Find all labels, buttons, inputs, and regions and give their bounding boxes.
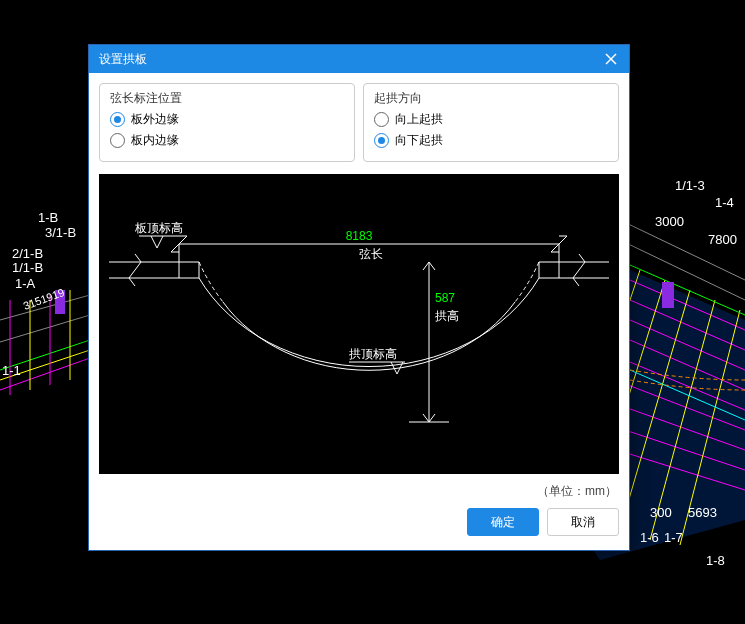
dialog-body: 弦长标注位置 板外边缘 板内边缘 起拱方向 向上起拱 向下起拱 [89, 73, 629, 550]
options-row: 弦长标注位置 板外边缘 板内边缘 起拱方向 向上起拱 向下起拱 [99, 83, 619, 162]
svg-text:3/1-B: 3/1-B [45, 225, 76, 240]
crown-label: 拱顶标高 [349, 347, 397, 361]
svg-text:7800: 7800 [708, 232, 737, 247]
titlebar[interactable]: 设置拱板 [89, 45, 629, 73]
radio-icon [110, 112, 125, 127]
top-elev-label: 板顶标高 [134, 221, 183, 235]
radio-icon [374, 112, 389, 127]
arch-value: 587 [435, 291, 455, 305]
svg-text:1-8: 1-8 [706, 553, 725, 568]
arch-slab-dialog: 设置拱板 弦长标注位置 板外边缘 板内边缘 起拱方向 [88, 44, 630, 551]
button-row: 确定 取消 [99, 504, 619, 538]
arch-option-down[interactable]: 向下起拱 [374, 132, 608, 149]
arch-panel: 起拱方向 向上起拱 向下起拱 [363, 83, 619, 162]
radio-label: 向下起拱 [395, 132, 443, 149]
chord-panel-title: 弦长标注位置 [110, 90, 344, 107]
svg-rect-48 [99, 174, 619, 474]
svg-text:5693: 5693 [688, 505, 717, 520]
svg-line-17 [620, 220, 745, 280]
chord-value: 8183 [346, 229, 373, 243]
arch-option-up[interactable]: 向上起拱 [374, 111, 608, 128]
chord-option-outer[interactable]: 板外边缘 [110, 111, 344, 128]
unit-label: （单位：mm） [99, 477, 619, 504]
svg-text:300: 300 [650, 505, 672, 520]
radio-icon [374, 133, 389, 148]
svg-text:1-4: 1-4 [715, 195, 734, 210]
svg-text:1/1-3: 1/1-3 [675, 178, 705, 193]
radio-label: 板内边缘 [131, 132, 179, 149]
svg-rect-36 [662, 282, 674, 308]
close-button[interactable] [593, 45, 629, 73]
dialog-title: 设置拱板 [99, 45, 147, 73]
cancel-button[interactable]: 取消 [547, 508, 619, 536]
chord-panel: 弦长标注位置 板外边缘 板内边缘 [99, 83, 355, 162]
diagram-area: 8183 弦长 板顶标高 [99, 174, 619, 474]
svg-text:3000: 3000 [655, 214, 684, 229]
arch-label: 拱高 [435, 309, 459, 323]
radio-label: 板外边缘 [131, 111, 179, 128]
svg-text:1/1-B: 1/1-B [12, 260, 43, 275]
chord-option-inner[interactable]: 板内边缘 [110, 132, 344, 149]
svg-text:1-B: 1-B [38, 210, 58, 225]
ok-button[interactable]: 确定 [467, 508, 539, 536]
close-icon [605, 53, 617, 65]
svg-text:1-1: 1-1 [2, 363, 21, 378]
arch-panel-title: 起拱方向 [374, 90, 608, 107]
svg-text:1-A: 1-A [15, 276, 36, 291]
svg-text:2/1-B: 2/1-B [12, 246, 43, 261]
radio-icon [110, 133, 125, 148]
svg-text:1-6: 1-6 [640, 530, 659, 545]
svg-text:1-7: 1-7 [664, 530, 683, 545]
svg-line-3 [0, 315, 90, 342]
chord-label: 弦长 [359, 247, 383, 261]
radio-label: 向上起拱 [395, 111, 443, 128]
